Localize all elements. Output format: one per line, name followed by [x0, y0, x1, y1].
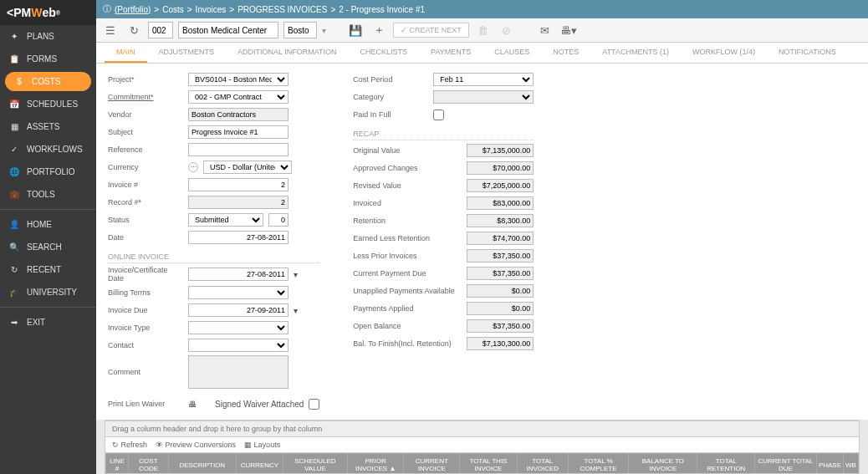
revised-value: [467, 179, 534, 192]
schedules-icon: 📅: [8, 99, 20, 109]
commitment-select[interactable]: 002 - GMP Contract: [188, 90, 288, 104]
sidebar-item-search[interactable]: 🔍SEARCH: [0, 236, 96, 258]
tab-main[interactable]: MAIN: [105, 43, 147, 63]
col-header[interactable]: WB: [844, 454, 859, 475]
reference-input[interactable]: [188, 143, 288, 156]
col-header[interactable]: LINE #: [106, 454, 129, 475]
print-icon[interactable]: 🖶: [188, 400, 197, 409]
date-input[interactable]: [188, 231, 288, 244]
costs-icon: $: [13, 77, 25, 86]
invoice-no-input[interactable]: [188, 178, 288, 191]
col-header[interactable]: DESCRIPTION: [168, 454, 236, 475]
category-select[interactable]: [433, 90, 534, 104]
paid-in-full-checkbox[interactable]: [433, 110, 444, 120]
form-area: Project*BVS0104 - Boston Medical Center …: [96, 64, 868, 420]
invoiced: [467, 196, 534, 210]
project-name-input[interactable]: [178, 22, 278, 38]
add-icon[interactable]: ＋: [370, 21, 388, 39]
form-right-column: Cost PeriodFeb 11 Category Paid In Full …: [353, 72, 534, 411]
grid-layouts-button[interactable]: ▦ Layouts: [244, 441, 280, 449]
workflows-icon: ✓: [8, 145, 20, 154]
status-rev-input[interactable]: [268, 213, 288, 227]
currency-picker-icon[interactable]: ⋯: [188, 162, 198, 172]
group-by-hint[interactable]: Drag a column header and drop it here to…: [105, 420, 860, 437]
email-icon[interactable]: ✉: [536, 21, 554, 39]
sidebar-item-tools[interactable]: 💼TOOLS: [0, 183, 96, 206]
col-header[interactable]: TOTAL RETENTION: [697, 454, 755, 475]
col-header[interactable]: PHASE: [816, 454, 843, 475]
tabs: MAINADJUSTMENTSADDITIONAL INFORMATIONCHE…: [96, 43, 868, 64]
cancel-icon[interactable]: ⊘: [498, 21, 516, 39]
menu-icon[interactable]: ☰: [101, 21, 120, 39]
project-code-input[interactable]: [148, 22, 173, 38]
tab-attachments-[interactable]: ATTACHMENTS (1): [590, 43, 681, 63]
sidebar-item-schedules[interactable]: 📅SCHEDULES: [0, 93, 96, 115]
billing-terms-select[interactable]: [188, 286, 288, 299]
info-icon[interactable]: ⓘ: [103, 3, 111, 15]
tab-clauses[interactable]: CLAUSES: [483, 43, 541, 63]
signed-waiver-checkbox[interactable]: [309, 399, 319, 410]
col-header[interactable]: CURRENT TOTAL DUE: [755, 454, 817, 475]
col-header[interactable]: CURRENCY: [236, 454, 283, 475]
open-balance: [467, 319, 534, 333]
forms-icon: 📋: [8, 54, 20, 64]
breadcrumb: ⓘ (Portfolio) >Costs >Invoices >PROGRESS…: [96, 0, 868, 18]
col-header[interactable]: BALANCE TO INVOICE: [629, 454, 697, 475]
col-header[interactable]: TOTAL THIS INVOICE: [460, 454, 518, 475]
tab-workflow-[interactable]: WORKFLOW (1/4): [681, 43, 767, 63]
sidebar-item-assets[interactable]: ▦ASSETS: [0, 115, 96, 138]
tab-notes[interactable]: NOTES: [541, 43, 590, 63]
refresh-icon[interactable]: ↻: [125, 21, 143, 39]
sidebar-item-costs[interactable]: $COSTS: [5, 72, 91, 91]
location-input[interactable]: [283, 22, 317, 38]
tab-additional-information[interactable]: ADDITIONAL INFORMATION: [226, 43, 349, 63]
unapplied-payments: [467, 284, 534, 298]
tab-adjustments[interactable]: ADJUSTMENTS: [147, 43, 227, 63]
tab-notifications[interactable]: NOTIFICATIONS: [767, 43, 848, 63]
sidebar-item-recent[interactable]: ↻RECENT: [0, 258, 96, 281]
col-header[interactable]: SCHEDULED VALUE: [283, 454, 348, 475]
save-icon[interactable]: 💾: [346, 21, 365, 39]
calendar-icon[interactable]: ▾: [294, 306, 298, 315]
invoice-type-select[interactable]: [188, 321, 288, 334]
print-icon[interactable]: 🖶▾: [559, 21, 578, 39]
col-header[interactable]: PRIOR INVOICES ▲: [347, 454, 404, 475]
sidebar-item-home[interactable]: 👤HOME: [0, 213, 96, 236]
subject-input[interactable]: [188, 125, 288, 139]
sidebar-item-workflows[interactable]: ✓WORKFLOWS: [0, 138, 96, 161]
home-icon: 👤: [8, 220, 20, 229]
approved-changes: [467, 161, 534, 175]
create-next-button[interactable]: ✓ CREATE NEXT: [393, 23, 469, 38]
balance-to-finish: [467, 337, 534, 350]
inv-cert-date-input[interactable]: [188, 268, 288, 281]
calendar-icon[interactable]: ▾: [294, 270, 298, 279]
portfolio-icon: 🌐: [8, 167, 20, 176]
breadcrumb-portfolio[interactable]: (Portfolio): [115, 5, 151, 14]
sidebar-item-plans[interactable]: ✦PLANS: [0, 25, 96, 48]
comment-textarea[interactable]: [188, 355, 288, 389]
invoice-due-input[interactable]: [188, 303, 288, 317]
tools-icon: 💼: [8, 190, 20, 199]
cost-period-select[interactable]: Feb 11: [433, 73, 534, 86]
record-no-input: [188, 196, 288, 209]
col-header[interactable]: TOTAL INVOICED: [517, 454, 568, 475]
sidebar-item-university[interactable]: 🎓UNIVERSITY: [0, 281, 96, 303]
status-select[interactable]: Submitted: [188, 213, 263, 227]
col-header[interactable]: CURRENT INVOICE: [404, 454, 460, 475]
sidebar-item-portfolio[interactable]: 🌐PORTFOLIO: [0, 161, 96, 183]
col-header[interactable]: TOTAL % COMPLETE: [568, 454, 629, 475]
tab-payments[interactable]: PAYMENTS: [419, 43, 483, 63]
currency-select[interactable]: USD - Dollar (United States of America): [203, 161, 292, 174]
logo: <PMWeb®: [0, 0, 96, 25]
less-prior-invoices: [467, 249, 534, 262]
grid-refresh-button[interactable]: ↻ Refresh: [112, 441, 147, 449]
project-select[interactable]: BVS0104 - Boston Medical Center: [188, 73, 288, 86]
sidebar-item-exit[interactable]: ➡EXIT: [0, 311, 96, 334]
grid-preview-button[interactable]: 👁 Preview Conversions: [156, 441, 236, 449]
sidebar-item-forms[interactable]: 📋FORMS: [0, 48, 96, 70]
delete-icon[interactable]: 🗑: [474, 21, 493, 39]
contact-select[interactable]: [188, 339, 288, 352]
col-header[interactable]: COST CODE: [129, 454, 169, 475]
retention: [467, 214, 534, 227]
tab-checklists[interactable]: CHECKLISTS: [349, 43, 420, 63]
